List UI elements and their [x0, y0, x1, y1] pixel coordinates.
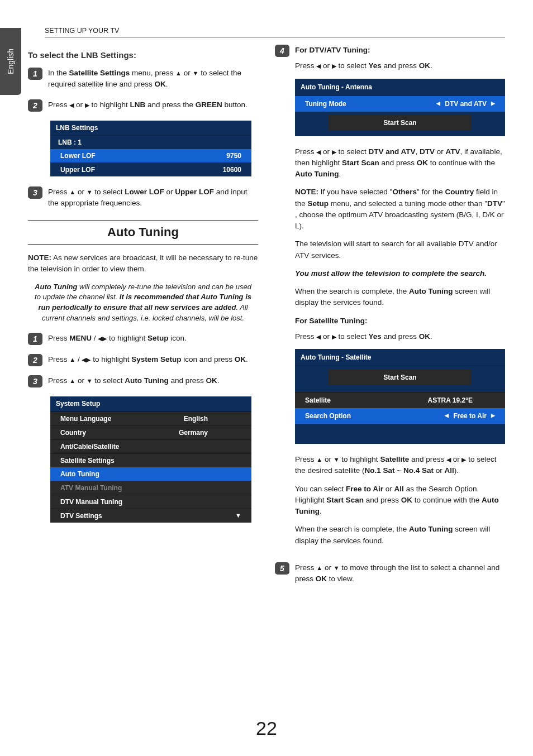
lnb-heading: To select the LNB Settings: [28, 50, 258, 60]
language-tab: English [0, 28, 21, 95]
satellite-tuning-heading: For Satellite Tuning: [295, 315, 505, 327]
right-arrow-icon[interactable]: ▶ [491, 100, 495, 108]
lnb-settings-panel: LNB Settings LNB : 1 Lower LOF9750 Upper… [50, 121, 251, 176]
auto-tuning-note: NOTE: As new services are broadcast, it … [28, 252, 258, 275]
antenna-panel: Auto Tuning - Antenna Tuning Mode ◀DTV a… [295, 79, 505, 136]
atv-manual-row[interactable]: ATV Manual Tuning [50, 481, 251, 495]
panel-title: LNB Settings [50, 121, 251, 136]
lnb-step-2: 2 Press ◀ or ▶ to highlight LNB and pres… [28, 99, 258, 112]
search-option-row[interactable]: Search Option ◀Free to Air▶ [295, 408, 505, 424]
dtv-manual-row[interactable]: DTV Manual Tuning [50, 495, 251, 509]
step-badge-1: 1 [28, 68, 42, 80]
down-icon: ▼ [193, 70, 199, 76]
step-badge-1b: 1 [28, 333, 42, 345]
satellite-settings-row[interactable]: Satellite Settings [50, 453, 251, 467]
page-header: SETTING UP YOUR TV [45, 27, 505, 37]
tuning-mode-row[interactable]: Tuning Mode ◀DTV and ATV▶ [295, 96, 505, 112]
left-arrow-icon[interactable]: ◀ [445, 412, 449, 420]
auto-tuning-row[interactable]: Auto Tuning [50, 467, 251, 481]
lnb-step-1: 1 In the Satellite Settings menu, press … [28, 68, 258, 90]
scroll-down-icon: ▼ [235, 512, 241, 520]
at-step-2: 2 Press ▲ / ◀▶ to highlight System Setup… [28, 354, 258, 366]
start-scan-button-sat[interactable]: Start Scan [329, 370, 472, 385]
step-badge-2b: 2 [28, 354, 42, 366]
dtv-atv-heading: For DTV/ATV Tuning: [295, 46, 370, 54]
ant-cable-sat-row[interactable]: Ant/Cable/Satellite [50, 439, 251, 453]
left-column: To select the LNB Settings: 1 In the Sat… [28, 45, 258, 594]
right-column: 4 For DTV/ATV Tuning: Press ◀ or ▶ to se… [275, 45, 505, 594]
panel-subtitle: LNB : 1 [50, 136, 251, 149]
up-icon: ▲ [175, 70, 182, 76]
auto-tuning-desc: Auto Tuning will completely re-tune the … [31, 282, 255, 324]
left-arrow-icon[interactable]: ◀ [436, 100, 440, 108]
at-step-1: 1 Press MENU / ◀▶ to highlight Setup ico… [28, 333, 258, 345]
step-badge-2: 2 [28, 99, 42, 112]
lower-lof-row[interactable]: Lower LOF9750 [50, 149, 251, 162]
dtv-settings-row[interactable]: DTV Settings▼ [50, 509, 251, 523]
lnb-step-3: 3 Press ▲ or ▼ to select Lower LOF or Up… [28, 186, 258, 209]
page-number: 22 [0, 717, 533, 739]
right-arrow-icon[interactable]: ▶ [491, 412, 495, 420]
upper-lof-row[interactable]: Upper LOF10600 [50, 162, 251, 176]
at-step-5: 5 Press ▲ or ▼ to move through the list … [275, 562, 505, 585]
step-badge-3: 3 [28, 186, 42, 199]
start-scan-button[interactable]: Start Scan [329, 115, 472, 131]
menu-language-row[interactable]: Menu LanguageEnglish [50, 412, 251, 425]
satellite-panel: Auto Tuning - Satellite Start Scan Satel… [295, 349, 505, 444]
right-icon: ▶ [85, 102, 89, 108]
at-step-3: 3 Press ▲ or ▼ to select Auto Tuning and… [28, 375, 258, 387]
country-row[interactable]: CountryGermany [50, 425, 251, 439]
system-setup-panel: System Setup Menu LanguageEnglish Countr… [50, 396, 251, 523]
step-badge-3b: 3 [28, 375, 42, 387]
at-step-4: 4 For DTV/ATV Tuning: Press ◀ or ▶ to se… [275, 45, 505, 553]
step-badge-5: 5 [275, 562, 289, 575]
satellite-select-row[interactable]: SatelliteASTRA 19.2°E [295, 392, 505, 408]
step-badge-4: 4 [275, 45, 289, 57]
panel-title: System Setup [50, 396, 251, 412]
auto-tuning-title: Auto Tuning [28, 220, 258, 245]
